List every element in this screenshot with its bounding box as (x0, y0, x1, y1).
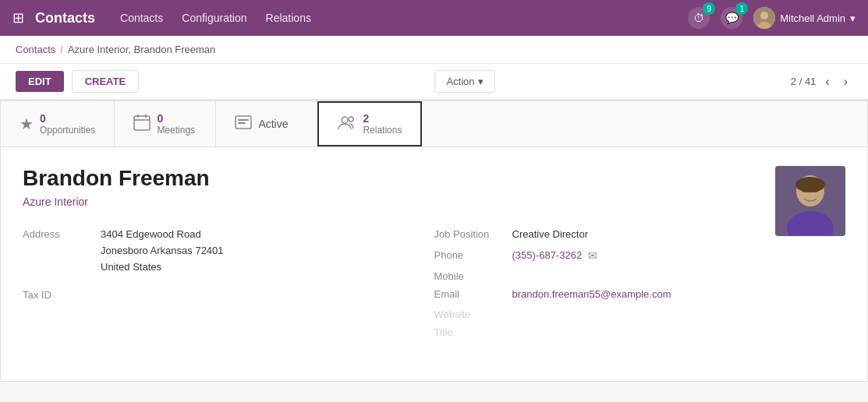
user-menu[interactable]: Mitchell Admin ▾ (753, 7, 856, 29)
phone-label: Phone (434, 248, 512, 261)
meetings-icon (133, 114, 151, 135)
email-value[interactable]: brandon.freeman55@example.com (512, 287, 671, 303)
pagination-display: 2 / 41 (791, 76, 817, 87)
stat-tab-opportunities[interactable]: ★ 0 Opportunities (1, 101, 115, 146)
contact-photo (775, 166, 845, 236)
grid-icon[interactable]: ⊞ (12, 9, 24, 26)
contact-info-grid: Address 3404 Edgewood Road Jonesboro Ark… (23, 227, 845, 343)
email-row: Email brandon.freeman55@example.com (434, 287, 815, 303)
edit-button[interactable]: EDIT (16, 71, 64, 92)
toolbar: EDIT CREATE Action ▾ 2 / 41 ‹ › (0, 64, 868, 100)
svg-point-1 (760, 12, 768, 19)
nav-configuration[interactable]: Configuration (182, 12, 246, 24)
website-row: Website (434, 307, 815, 320)
title-label: Title (434, 325, 512, 338)
active-label: Active (258, 118, 288, 130)
opportunities-icon: ★ (19, 115, 34, 133)
taxid-row: Tax ID (23, 287, 403, 301)
taxid-label: Tax ID (23, 287, 101, 301)
address-country: United States (101, 259, 224, 276)
contact-detail: Brandon Freeman Azure Interior Address 3… (1, 147, 867, 381)
stat-tab-active[interactable]: Active (216, 101, 317, 146)
svg-rect-3 (134, 116, 150, 130)
stat-tab-relations[interactable]: 2 Relations (317, 101, 422, 146)
create-button[interactable]: CREATE (72, 70, 139, 93)
opportunities-count: 0 (40, 112, 95, 125)
relations-count: 2 (363, 112, 402, 125)
content-card: ★ 0 Opportunities 0 Meetings (0, 100, 868, 382)
active-icon (235, 114, 252, 135)
breadcrumb: Contacts / Azure Interior, Brandon Freem… (0, 36, 868, 64)
breadcrumb-current: Azure Interior, Brandon Freeman (68, 44, 215, 55)
top-navigation: ⊞ Contacts Contacts Configuration Relati… (0, 0, 868, 36)
user-name: Mitchell Admin (780, 12, 845, 24)
svg-rect-8 (238, 119, 249, 121)
nav-relations[interactable]: Relations (266, 12, 311, 24)
message-badge: 1 (735, 2, 748, 15)
message-icon-wrap[interactable]: 💬 1 (721, 7, 742, 29)
job-position-row: Job Position Creative Director (434, 227, 815, 243)
meetings-count: 0 (157, 112, 195, 125)
contact-company[interactable]: Azure Interior (23, 196, 845, 208)
phone-email-icon[interactable]: ✉ (588, 249, 597, 262)
activity-icon-wrap[interactable]: ⏱ 9 (688, 7, 710, 29)
job-position-label: Job Position (434, 227, 512, 240)
relations-label: Relations (363, 125, 402, 136)
mobile-label: Mobile (434, 269, 512, 282)
svg-point-10 (342, 117, 348, 123)
main-nav: Contacts Configuration Relations (120, 12, 311, 24)
pagination-prev-button[interactable]: ‹ (820, 73, 834, 90)
address-row: Address 3404 Edgewood Road Jonesboro Ark… (23, 227, 403, 275)
svg-point-17 (795, 177, 825, 192)
contact-info-left: Address 3404 Edgewood Road Jonesboro Ark… (23, 227, 434, 343)
pagination: 2 / 41 ‹ › (791, 73, 852, 90)
stat-tab-meetings[interactable]: 0 Meetings (115, 101, 216, 146)
breadcrumb-root[interactable]: Contacts (16, 44, 55, 55)
phone-value[interactable]: (355)-687-3262 (512, 248, 583, 264)
user-avatar (753, 7, 775, 29)
action-caret-icon: ▾ (478, 76, 484, 87)
nav-contacts[interactable]: Contacts (120, 12, 163, 24)
pagination-next-button[interactable]: › (839, 73, 852, 90)
address-label: Address (23, 227, 101, 240)
svg-point-11 (349, 117, 353, 122)
user-caret: ▾ (850, 12, 856, 24)
mobile-row: Mobile (434, 269, 815, 282)
app-title: Contacts (35, 10, 95, 26)
contact-name: Brandon Freeman (23, 166, 845, 191)
meetings-label: Meetings (157, 125, 195, 136)
opportunities-label: Opportunities (40, 125, 95, 136)
email-label: Email (434, 287, 512, 300)
address-value: 3404 Edgewood Road Jonesboro Arkansas 72… (101, 227, 224, 275)
breadcrumb-separator: / (60, 44, 63, 55)
topnav-right: ⏱ 9 💬 1 Mitchell Admin ▾ (688, 7, 856, 29)
address-street: 3404 Edgewood Road (101, 227, 224, 243)
job-position-value: Creative Director (512, 227, 589, 243)
address-city-state-zip: Jonesboro Arkansas 72401 (101, 243, 224, 259)
contact-info-right: Job Position Creative Director Phone (35… (434, 227, 846, 343)
stat-tabs: ★ 0 Opportunities 0 Meetings (1, 100, 867, 147)
svg-rect-9 (238, 122, 246, 124)
action-label: Action (446, 76, 474, 87)
relations-icon (338, 114, 356, 135)
phone-row: Phone (355)-687-3262 ✉ (434, 248, 815, 264)
website-label: Website (434, 307, 512, 320)
activity-badge: 9 (703, 2, 715, 15)
title-row: Title (434, 325, 815, 338)
action-button[interactable]: Action ▾ (434, 70, 494, 93)
